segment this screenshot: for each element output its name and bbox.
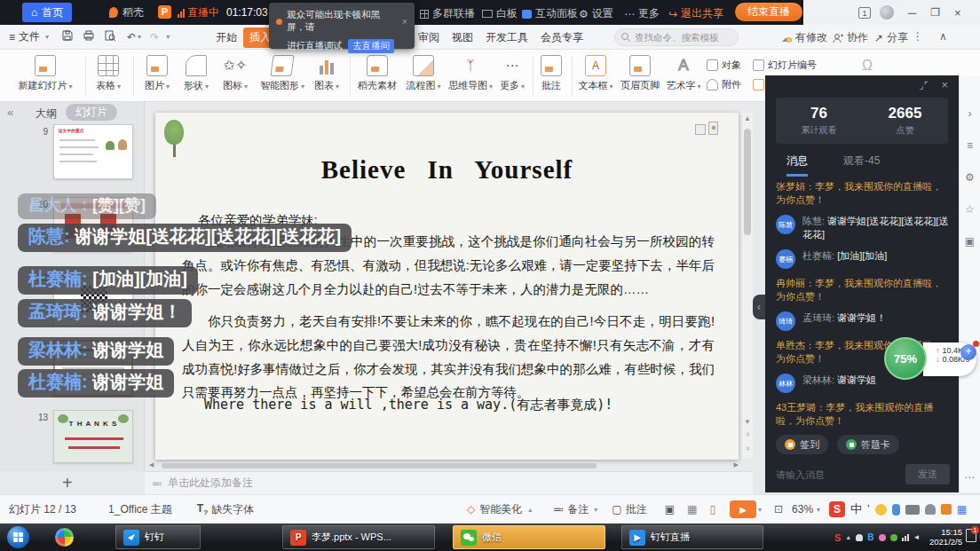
table-button[interactable]: 表格▾: [89, 55, 128, 92]
undo-dropdown-icon[interactable]: ▾: [138, 33, 141, 41]
smartart-button[interactable]: 智能图形▾: [257, 55, 307, 92]
tray-hidden-icons-arrow[interactable]: ▲: [845, 534, 851, 540]
comments-button[interactable]: ▢ 批注: [612, 502, 646, 517]
more-button[interactable]: ⋯ 更多: [624, 6, 660, 21]
save-icon[interactable]: [61, 29, 74, 44]
start-button[interactable]: [7, 526, 29, 548]
keyboard-icon[interactable]: [905, 505, 920, 515]
scroll-down-icon[interactable]: ▼: [742, 418, 753, 426]
panel-close-icon[interactable]: ×: [941, 78, 948, 91]
tray-sogou-icon[interactable]: S: [834, 532, 841, 543]
zoom-control[interactable]: 63%▾: [792, 503, 820, 516]
object-button[interactable]: 对象: [707, 55, 741, 75]
taskbar-dingtalk[interactable]: 钉钉: [115, 525, 201, 549]
grid-view-icon[interactable]: ▦: [687, 503, 697, 516]
icons-button[interactable]: ✩✧ 图标▾: [217, 55, 254, 92]
toast-action-link[interactable]: 去直播间: [348, 39, 394, 53]
tab-chat-watching[interactable]: 观看-45: [843, 153, 880, 177]
taskbar-dingtalk-live[interactable]: ▶ 钉钉直播: [621, 525, 763, 549]
fit-slide-icon[interactable]: ⊡: [774, 503, 783, 516]
window-count-badge[interactable]: 1: [858, 7, 871, 19]
clock[interactable]: 15:15 2021/2/5: [914, 527, 962, 547]
tab-review[interactable]: 审阅: [412, 28, 446, 48]
notification-center-icon[interactable]: 1: [966, 529, 976, 542]
multi-cast-button[interactable]: 多群联播: [420, 6, 475, 21]
tray-pink-app-icon[interactable]: [879, 534, 886, 541]
ime-skin-icon[interactable]: [941, 504, 952, 515]
ime-toolbox-icon[interactable]: ▦: [957, 503, 967, 516]
chat-message-list[interactable]: 张梦娟：李梦，我来围观你的直播啦，为你点赞！ 陈慧 陈慧: 谢谢学姐[送花花][…: [776, 180, 950, 429]
whiteboard-button[interactable]: 白板: [482, 6, 518, 21]
tray-green-app-icon[interactable]: [890, 534, 897, 541]
search-input[interactable]: [614, 28, 739, 46]
editor-vscrollbar[interactable]: ▲ ▼ « »: [742, 113, 753, 459]
ime-punct-icon[interactable]: ’: [867, 503, 870, 516]
bluetooth-icon[interactable]: B: [867, 532, 873, 542]
next-slide-icon[interactable]: »: [744, 444, 752, 454]
tab-chat-messages[interactable]: 消息: [786, 153, 808, 177]
close-button[interactable]: ×: [954, 6, 961, 20]
slide-canvas[interactable]: Believe In Yourself 各位亲爱的学弟学妹: 我知道你们正在经历…: [155, 113, 739, 460]
picture-button[interactable]: 图片▾: [138, 55, 176, 92]
tab-devtools[interactable]: 开发工具: [479, 28, 534, 48]
prev-slide-icon[interactable]: «: [744, 429, 752, 440]
file-menu[interactable]: ≡ 文件 ▾: [9, 29, 49, 44]
normal-view-icon[interactable]: ▣: [665, 503, 675, 516]
docer-assets-button[interactable]: 稻壳素材: [353, 55, 401, 92]
vscroll-thumb[interactable]: [744, 129, 751, 235]
print-icon[interactable]: [83, 29, 95, 44]
play-slideshow-button[interactable]: ▶: [730, 500, 756, 518]
sidebar-more-icon[interactable]: ⋯: [964, 471, 975, 484]
chart-button[interactable]: 图表▾: [309, 55, 344, 92]
bell-icon[interactable]: [856, 534, 863, 541]
collapse-panel-icon[interactable]: «: [7, 106, 13, 119]
more-menu-icon[interactable]: ⋮: [913, 30, 923, 43]
collapse-ribbon-icon[interactable]: ∧: [939, 30, 947, 43]
scroll-up-icon[interactable]: ▲: [742, 114, 753, 122]
flowchart-button[interactable]: 流程图▾: [403, 55, 444, 92]
clipboard-icon[interactable]: ▣: [965, 235, 975, 248]
hscroll-thumb[interactable]: [162, 463, 597, 468]
tab-view[interactable]: 视图: [446, 28, 479, 48]
shapes-button[interactable]: 形状▾: [178, 55, 215, 92]
quiz-card-button[interactable]: 答题卡: [837, 435, 899, 454]
ime-mode-label[interactable]: 中: [850, 501, 862, 517]
notes-toggle-button[interactable]: ≕ 备注▾: [553, 502, 597, 517]
tab-member[interactable]: 会员专享: [534, 28, 589, 48]
tab-home[interactable]: ⌂ 首页: [22, 3, 72, 22]
scroll-left-icon[interactable]: ◀: [149, 461, 154, 468]
tab-start[interactable]: 开始: [209, 28, 243, 48]
end-live-button[interactable]: 结束直播: [735, 3, 802, 21]
search-box[interactable]: [614, 28, 739, 46]
attachment-button[interactable]: 附件: [707, 75, 741, 94]
wordart-button[interactable]: A 艺术字▾: [664, 55, 703, 92]
sogou-ime-icon[interactable]: S: [829, 501, 845, 517]
tab-docer[interactable]: 稻壳: [100, 3, 153, 22]
add-slide-button[interactable]: +: [62, 473, 73, 493]
maximize-button[interactable]: ❐: [930, 6, 940, 19]
taskbar-wechat[interactable]: 微信: [453, 525, 605, 549]
emoji-icon[interactable]: [875, 504, 887, 516]
share-button[interactable]: ↗ 分享: [874, 30, 908, 45]
settings-button[interactable]: ⚙ 设置: [579, 6, 613, 21]
beautify-button[interactable]: ◇ 智能美化▴: [467, 502, 532, 517]
theme-name[interactable]: 1_Office 主题: [108, 502, 172, 517]
modified-status[interactable]: ☁0 有修改: [781, 30, 827, 45]
chat-input[interactable]: [776, 469, 882, 480]
reading-view-icon[interactable]: ▯: [709, 503, 715, 516]
missing-font-warning[interactable]: T? 缺失字体: [197, 502, 254, 517]
panel-shrink-icon[interactable]: ⌟⌜: [920, 80, 929, 91]
browser-360-icon[interactable]: [55, 528, 74, 547]
slide-number-button[interactable]: 幻灯片编号: [753, 55, 817, 75]
textbox-button[interactable]: A 文本框▾: [575, 55, 616, 92]
collaborate-button[interactable]: 协作: [833, 30, 868, 45]
beautify-star-icon[interactable]: ☆: [965, 203, 975, 216]
undo-icon[interactable]: ↶: [127, 31, 136, 43]
print-preview-icon[interactable]: [104, 29, 116, 44]
play-options-icon[interactable]: ▾: [758, 506, 762, 514]
quickbar-more-icon[interactable]: ▾: [166, 33, 170, 41]
net-speed-widget[interactable]: ↑10.4K/s ↓0.08K/s 75% +: [884, 337, 980, 382]
network-signal-icon[interactable]: [902, 534, 909, 541]
slide-thumbnail-9[interactable]: 论文中的重点: [53, 124, 133, 179]
exit-share-button[interactable]: ↪ 退出共享: [668, 6, 723, 21]
